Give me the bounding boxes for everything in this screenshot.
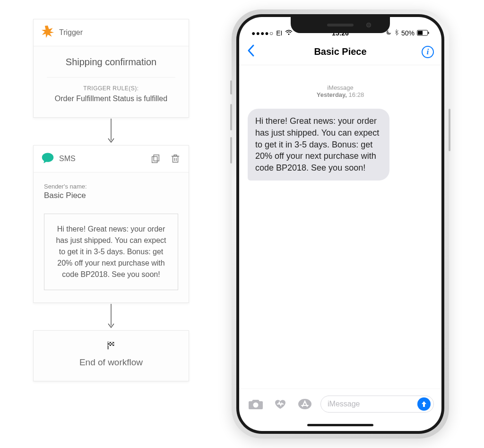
chat-timestamp-time: 16:28 bbox=[349, 91, 364, 98]
chat-timestamp-day: Yesterday, bbox=[317, 91, 347, 98]
nav-title: Basic Piece bbox=[314, 46, 366, 57]
svg-point-17 bbox=[288, 34, 289, 35]
sender-name: Basic Piece bbox=[44, 191, 178, 200]
chat-area[interactable]: iMessage Yesterday, 16:28 Hi there! Grea… bbox=[239, 65, 441, 388]
sms-message-box[interactable]: Hi there! Great news: your order has jus… bbox=[44, 214, 178, 290]
svg-rect-13 bbox=[110, 343, 111, 345]
sms-card[interactable]: SMS Sender's name: Basic Piece Hi there!… bbox=[33, 145, 189, 303]
svg-rect-12 bbox=[111, 342, 112, 344]
svg-rect-14 bbox=[112, 343, 114, 345]
duplicate-button[interactable] bbox=[150, 153, 161, 164]
trigger-header-label: Trigger bbox=[59, 28, 83, 37]
sms-header-label: SMS bbox=[59, 155, 76, 163]
signal-strength: ●●●●○ bbox=[251, 29, 274, 37]
svg-rect-20 bbox=[428, 32, 429, 34]
flag-icon bbox=[106, 344, 116, 352]
battery-percent: 50% bbox=[401, 29, 415, 37]
svg-rect-16 bbox=[111, 345, 112, 346]
mute-switch[interactable] bbox=[230, 80, 232, 95]
arrow-down-icon bbox=[107, 118, 115, 145]
svg-rect-11 bbox=[108, 342, 110, 344]
trigger-card[interactable]: Trigger Shipping confirmation TRIGGER RU… bbox=[33, 19, 189, 118]
volume-down-button[interactable] bbox=[230, 137, 232, 164]
svg-rect-4 bbox=[173, 156, 178, 163]
arrow-down-icon bbox=[107, 303, 115, 330]
trigger-name: Shipping confirmation bbox=[42, 57, 180, 68]
camera-button[interactable] bbox=[247, 397, 265, 411]
svg-rect-3 bbox=[152, 156, 157, 163]
svg-rect-7 bbox=[174, 155, 177, 156]
trigger-rules-label: TRIGGER RULE(S): bbox=[47, 85, 175, 92]
delete-button[interactable] bbox=[170, 153, 181, 164]
sender-label: Sender's name: bbox=[44, 183, 178, 190]
incoming-message-bubble[interactable]: Hi there! Great news: your order has jus… bbox=[248, 109, 389, 181]
home-indicator[interactable] bbox=[239, 419, 441, 431]
phone-mockup: ●●●●○ EI 15:26 50% bbox=[232, 9, 449, 439]
workflow-column: Trigger Shipping confirmation TRIGGER RU… bbox=[33, 19, 189, 381]
svg-point-21 bbox=[253, 402, 259, 407]
trigger-card-body: Shipping confirmation TRIGGER RULE(S): O… bbox=[34, 46, 189, 117]
bluetooth-icon bbox=[394, 29, 399, 37]
svg-rect-19 bbox=[418, 31, 423, 34]
svg-rect-15 bbox=[108, 345, 110, 346]
back-button[interactable] bbox=[247, 44, 255, 60]
end-label: End of workflow bbox=[34, 357, 189, 368]
chat-service-label: iMessage bbox=[248, 84, 433, 91]
compose-bar: iMessage bbox=[239, 388, 441, 419]
message-input[interactable]: iMessage bbox=[320, 396, 434, 413]
sms-bubble-icon bbox=[41, 151, 54, 166]
wifi-icon bbox=[285, 29, 293, 37]
sms-card-header: SMS bbox=[34, 146, 189, 172]
trigger-rule: Order Fulfillment Status is fulfilled bbox=[47, 95, 175, 103]
svg-marker-0 bbox=[42, 26, 54, 38]
digital-touch-button[interactable] bbox=[271, 397, 289, 411]
info-button[interactable]: i bbox=[422, 46, 434, 58]
chat-meta: iMessage Yesterday, 16:28 bbox=[248, 84, 433, 98]
volume-up-button[interactable] bbox=[230, 104, 232, 130]
battery-icon bbox=[417, 30, 429, 36]
message-placeholder: iMessage bbox=[328, 400, 360, 408]
power-button[interactable] bbox=[449, 109, 450, 151]
trigger-card-header: Trigger bbox=[34, 19, 189, 46]
phone-notch bbox=[291, 17, 390, 33]
send-button[interactable] bbox=[417, 397, 431, 411]
sms-card-body: Sender's name: Basic Piece Hi there! Gre… bbox=[34, 172, 189, 302]
svg-rect-2 bbox=[154, 155, 159, 161]
carrier-label: EI bbox=[276, 29, 282, 37]
starburst-icon bbox=[41, 25, 54, 40]
nav-bar: Basic Piece i bbox=[239, 39, 441, 65]
app-store-button[interactable] bbox=[296, 397, 314, 411]
end-card: End of workflow bbox=[33, 330, 189, 381]
